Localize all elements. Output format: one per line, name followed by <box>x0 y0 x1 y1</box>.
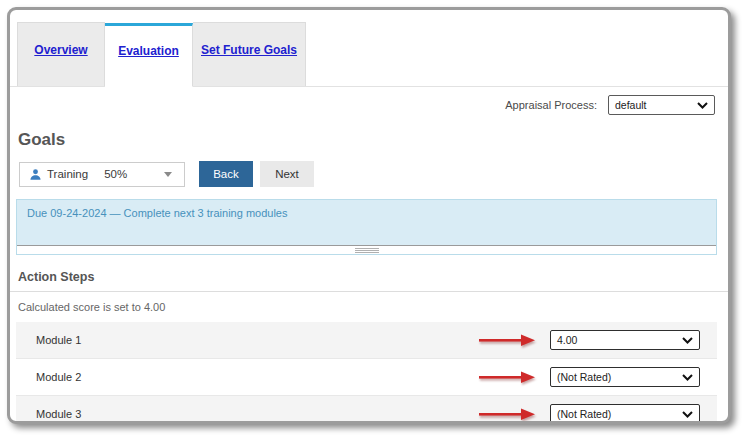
appraisal-process-row: Appraisal Process: default <box>10 95 715 115</box>
goals-heading: Goals <box>18 130 728 150</box>
goal-due-note: Due 09-24-2024 — Complete next 3 trainin… <box>17 200 716 245</box>
calculated-score-note: Calculated score is set to 4.00 <box>18 301 728 313</box>
appraisal-process-select[interactable]: default <box>608 95 715 115</box>
next-button[interactable]: Next <box>260 161 314 187</box>
section-divider <box>10 291 728 292</box>
module-rating-value: 4.00 <box>557 334 577 346</box>
chevron-down-icon <box>682 337 693 344</box>
person-icon <box>29 168 42 181</box>
panel-resize-handle[interactable] <box>17 245 716 254</box>
module-label: Module 1 <box>36 334 81 346</box>
grip-handle-icon <box>355 248 379 253</box>
module-label: Module 2 <box>36 371 81 383</box>
tab-overview-label: Overview <box>34 43 87 86</box>
tab-evaluation[interactable]: Evaluation <box>105 23 193 87</box>
chevron-down-icon <box>682 411 693 418</box>
tab-evaluation-label: Evaluation <box>118 44 179 86</box>
action-steps-list: Module 1 4.00 Module 2 ( <box>16 322 717 424</box>
tab-overview[interactable]: Overview <box>17 22 105 86</box>
module-rating-select[interactable]: (Not Rated) <box>550 367 700 387</box>
goal-controls-row: Training 50% Back Next <box>19 161 728 187</box>
arrow-right-icon <box>479 407 535 421</box>
screenshot-frame: Overview Evaluation Set Future Goals App… <box>7 7 731 424</box>
appraisal-process-label: Appraisal Process: <box>505 99 597 111</box>
module-rating-select[interactable]: (Not Rated) <box>550 404 700 424</box>
table-row: Module 1 4.00 <box>16 322 717 359</box>
tab-set-future-goals-label: Set Future Goals <box>201 43 297 86</box>
table-row: Module 2 (Not Rated) <box>16 359 717 396</box>
action-steps-heading: Action Steps <box>18 270 728 284</box>
caret-down-icon <box>164 172 172 177</box>
goal-name: Training <box>47 168 88 180</box>
module-label: Module 3 <box>36 408 81 420</box>
arrow-right-icon <box>479 333 535 347</box>
module-rating-select[interactable]: 4.00 <box>550 330 700 350</box>
chevron-down-icon <box>682 374 693 381</box>
goal-description-panel: Due 09-24-2024 — Complete next 3 trainin… <box>16 199 717 255</box>
back-button[interactable]: Back <box>199 161 253 187</box>
module-rating-value: (Not Rated) <box>557 408 611 420</box>
goal-weight: 50% <box>104 168 127 180</box>
tab-set-future-goals[interactable]: Set Future Goals <box>193 22 306 86</box>
tab-bar: Overview Evaluation Set Future Goals <box>10 22 728 87</box>
goal-selector-dropdown[interactable]: Training 50% <box>19 162 185 187</box>
module-rating-value: (Not Rated) <box>557 371 611 383</box>
arrow-right-icon <box>479 370 535 384</box>
chevron-down-icon <box>697 102 708 109</box>
appraisal-process-value: default <box>615 99 647 111</box>
table-row: Module 3 (Not Rated) <box>16 396 717 424</box>
